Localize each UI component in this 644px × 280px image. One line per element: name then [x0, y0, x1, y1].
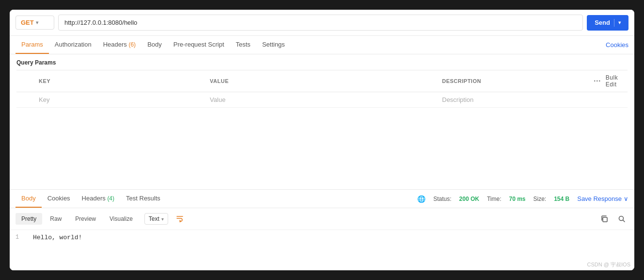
status-value: 200 OK [459, 196, 479, 202]
col-value-header: VALUE [205, 70, 437, 92]
row-checkbox[interactable] [16, 92, 34, 108]
response-section: Body Cookies Headers (4) Test Results 🌐 … [10, 189, 634, 259]
view-tab-raw[interactable]: Raw [44, 213, 67, 225]
tab-settings[interactable]: Settings [256, 36, 291, 54]
more-options-icon[interactable]: ··· [594, 77, 601, 85]
request-tabs-left: Params Authorization Headers (6) Body Pr… [16, 36, 291, 54]
send-arrow-icon: ▾ [618, 20, 621, 25]
response-tab-headers[interactable]: Headers (4) [76, 190, 120, 208]
send-button[interactable]: Send ▾ [587, 15, 628, 31]
response-tab-body[interactable]: Body [16, 190, 42, 208]
headers-badge: (6) [128, 41, 136, 48]
col-checkbox-header [16, 70, 34, 92]
params-section: Query Params KEY VALUE DESCRIPTION ··· [10, 54, 634, 108]
row-description[interactable]: Description [437, 92, 589, 108]
send-label: Send [595, 19, 610, 26]
tab-pre-request-script[interactable]: Pre-request Script [168, 36, 230, 54]
response-tab-cookies[interactable]: Cookies [42, 190, 76, 208]
response-body: 1 Hello, world! [10, 230, 634, 259]
method-select[interactable]: GET ▾ [16, 16, 54, 30]
tab-tests[interactable]: Tests [230, 36, 256, 54]
format-label: Text [149, 215, 159, 222]
col-desc-header: DESCRIPTION [437, 70, 589, 92]
save-response-arrow-icon: ∨ [624, 195, 628, 202]
view-tab-preview[interactable]: Preview [69, 213, 102, 225]
tab-params[interactable]: Params [16, 36, 49, 54]
wrap-button[interactable] [172, 213, 188, 226]
col-key-header: KEY [34, 70, 205, 92]
view-tab-visualize[interactable]: Visualize [104, 213, 139, 225]
response-tabs-row: Body Cookies Headers (4) Test Results 🌐 … [10, 190, 634, 208]
params-table: KEY VALUE DESCRIPTION ··· Bulk Edit [16, 70, 628, 108]
format-chevron-icon: ▾ [161, 216, 164, 222]
bulk-edit-button[interactable]: Bulk Edit [606, 74, 623, 88]
response-status-bar: 🌐 Status: 200 OK Time: 70 ms Size: 154 B… [417, 195, 628, 203]
col-actions-header: ··· Bulk Edit [589, 70, 628, 92]
view-tabs-row: Pretty Raw Preview Visualize Text ▾ [10, 208, 634, 230]
response-content-1: Hello, world! [33, 234, 82, 255]
view-tab-pretty[interactable]: Pretty [16, 213, 42, 225]
view-actions-right [597, 212, 628, 226]
watermark: CSDN @ 宇叔IOS [10, 259, 634, 270]
empty-area [10, 108, 634, 189]
request-tabs-row: Params Authorization Headers (6) Body Pr… [10, 36, 634, 54]
svg-rect-0 [603, 217, 607, 222]
save-response-button[interactable]: Save Response ∨ [577, 195, 628, 202]
row-actions [589, 92, 628, 108]
cookies-link[interactable]: Cookies [606, 41, 628, 49]
postman-window: GET ▾ Send ▾ Params Authorization Header… [10, 10, 634, 270]
query-params-title: Query Params [16, 59, 628, 66]
line-number-1: 1 [16, 234, 25, 255]
tab-body[interactable]: Body [141, 36, 168, 54]
method-chevron-icon: ▾ [36, 20, 38, 25]
tab-authorization[interactable]: Authorization [49, 36, 97, 54]
response-headers-badge: (4) [107, 195, 114, 202]
globe-icon: 🌐 [417, 195, 425, 203]
row-value[interactable]: Value [205, 92, 437, 108]
size-value: 154 B [554, 196, 569, 202]
row-key[interactable]: Key [34, 92, 205, 108]
response-tabs-left: Body Cookies Headers (4) Test Results [16, 190, 166, 208]
search-button[interactable] [615, 212, 628, 226]
status-label: Status: [433, 196, 451, 202]
response-tab-test-results[interactable]: Test Results [120, 190, 166, 208]
request-bar: GET ▾ Send ▾ [10, 10, 634, 36]
url-input[interactable] [58, 15, 583, 31]
format-select[interactable]: Text ▾ [144, 213, 168, 225]
copy-button[interactable] [597, 212, 611, 226]
table-row: Key Value Description [16, 92, 628, 108]
time-label: Time: [487, 196, 502, 202]
tab-headers[interactable]: Headers (6) [97, 36, 141, 54]
method-label: GET [21, 19, 34, 26]
time-value: 70 ms [509, 196, 525, 202]
send-divider [614, 19, 614, 27]
size-label: Size: [534, 196, 547, 202]
